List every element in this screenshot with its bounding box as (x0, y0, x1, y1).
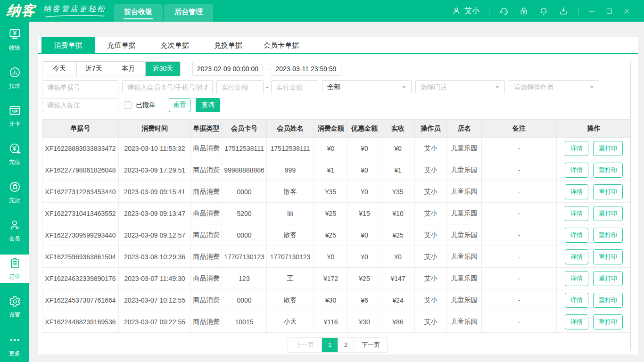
cell-actions: 详情重打印 (557, 138, 631, 159)
sidebar-item-more[interactable]: 更多 (0, 331, 29, 360)
page-button-1[interactable]: 1 (322, 338, 338, 352)
cell-discount: ¥0 (348, 224, 381, 246)
page-button-2[interactable]: 2 (338, 338, 354, 352)
detail-button[interactable]: 详情 (565, 228, 588, 243)
order-number-input[interactable] (42, 80, 118, 94)
quick-date-range-group: 今天近7天本月近30天 (42, 61, 181, 76)
operator-select[interactable]: 请选择操作员 (509, 80, 599, 94)
app-logo: 纳客 (6, 1, 36, 20)
next-page-button[interactable]: 下一页 (354, 338, 388, 352)
reprint-button[interactable]: 重打印 (593, 271, 623, 286)
reset-button[interactable]: 重置 (169, 98, 190, 112)
range-month-button[interactable]: 本月 (111, 62, 146, 76)
cell-paid: ¥10 (381, 203, 415, 224)
topnav-tab-back-office[interactable]: 后台管理 (164, 4, 213, 22)
orders-icon (8, 257, 21, 272)
cell-operator: 艾小 (415, 268, 447, 289)
cell-member_name: 17512538111 (267, 138, 314, 159)
cell-paid: ¥0 (381, 138, 415, 159)
reprint-button[interactable]: 重打印 (593, 206, 623, 221)
cell-time: 2023-03-07 09:22:55 (119, 311, 191, 333)
tab-member-card[interactable]: 会员卡单据 (255, 37, 308, 53)
notification-bell-icon[interactable] (539, 6, 548, 16)
pay-type-select[interactable]: 全部 (322, 80, 412, 94)
range-7days-button[interactable]: 近7天 (77, 62, 111, 76)
sidebar-item-open-card[interactable]: VIP开卡 (0, 102, 29, 130)
more-icon (8, 334, 21, 348)
sidebar-item-recharge-times[interactable]: 充次 (0, 178, 29, 206)
prev-page-button[interactable]: 上一页 (288, 338, 322, 352)
cell-type: 商品消费 (191, 289, 222, 311)
reprint-button[interactable]: 重打印 (593, 141, 623, 156)
range-30days-button[interactable]: 近30天 (146, 62, 180, 76)
divider (489, 8, 489, 15)
sidebar-item-orders[interactable]: 订单 (0, 255, 29, 283)
minimize-window-icon[interactable] (588, 8, 595, 15)
detail-button[interactable]: 详情 (565, 314, 588, 329)
reprint-button[interactable]: 重打印 (593, 184, 623, 199)
reprint-button[interactable]: 重打印 (593, 228, 623, 243)
maximize-window-icon[interactable] (606, 8, 613, 15)
reprint-button[interactable]: 重打印 (593, 314, 623, 329)
range-today-button[interactable]: 今天 (42, 62, 77, 76)
amount-max-input[interactable] (271, 80, 318, 94)
reprint-button[interactable]: 重打印 (593, 293, 623, 308)
vertical-scrollbar[interactable] (630, 61, 631, 351)
column-header: 单据号 (42, 120, 119, 138)
cell-discount: ¥0 (348, 246, 381, 268)
detail-button[interactable]: 详情 (565, 271, 588, 286)
cell-amount: ¥1 (314, 159, 348, 181)
cell-paid: ¥86 (381, 311, 415, 333)
cell-remark: - (482, 224, 557, 246)
sidebar: 收银扣次VIP开卡充值充次会员订单设置更多 (0, 22, 29, 362)
date-from-input[interactable] (192, 62, 263, 76)
reprint-button[interactable]: 重打印 (593, 163, 623, 178)
lock-screen-icon[interactable] (519, 6, 528, 16)
filter-row-date: 今天近7天本月近30天 - (42, 61, 634, 76)
cell-remark: - (482, 181, 557, 203)
cell-order_no: XF16227312283453440 (42, 181, 119, 203)
headset-support-icon[interactable] (499, 6, 509, 16)
detail-button[interactable]: 详情 (565, 206, 588, 221)
user-menu[interactable]: 艾小 (452, 6, 479, 16)
search-button[interactable]: 查询 (196, 98, 220, 112)
detail-button[interactable]: 详情 (565, 184, 588, 199)
cell-time: 2023-03-09 09:12:57 (119, 224, 191, 246)
sidebar-item-label: 收银 (9, 44, 20, 52)
detail-button[interactable]: 详情 (565, 293, 588, 308)
date-to-input[interactable] (271, 62, 341, 76)
detail-button[interactable]: 详情 (565, 141, 588, 156)
column-header: 备注 (482, 120, 557, 138)
amount-min-input[interactable] (216, 80, 264, 94)
cell-remark: - (482, 159, 557, 181)
tab-consume[interactable]: 消费单据 (41, 37, 95, 53)
detail-button[interactable]: 详情 (565, 249, 588, 264)
download-update-icon[interactable] (559, 6, 568, 16)
column-header: 优惠金额 (348, 120, 381, 138)
sidebar-item-deduct-times[interactable]: 扣次 (0, 64, 29, 92)
detail-button[interactable]: 详情 (565, 163, 588, 178)
member-search-input[interactable] (122, 80, 213, 94)
sidebar-item-cashier[interactable]: 收银 (0, 25, 29, 54)
close-window-icon[interactable] (623, 8, 630, 15)
column-header: 消费时间 (119, 120, 191, 138)
store-select[interactable]: 选择门店 (415, 80, 505, 94)
tab-exchange[interactable]: 兑换单据 (201, 37, 255, 53)
amount-separator: - (264, 83, 271, 91)
column-header: 会员卡号 (222, 120, 267, 138)
remark-input[interactable] (42, 98, 118, 112)
sidebar-item-label: 设置 (9, 311, 20, 319)
sidebar-item-settings[interactable]: 设置 (0, 293, 29, 321)
sidebar-item-member[interactable]: 会员 (0, 216, 29, 245)
cancelled-checkbox[interactable] (124, 101, 132, 109)
cell-discount: ¥0 (348, 159, 381, 181)
tab-recharge-times[interactable]: 充次单据 (148, 37, 201, 53)
cell-type: 商品消费 (191, 311, 222, 333)
table-row: XF162246323398901762023-03-07 11:49:30商品… (42, 268, 631, 289)
topnav-tab-front-cashier[interactable]: 前台收银 (114, 4, 163, 22)
cell-member_name: 王 (267, 268, 314, 289)
sidebar-item-recharge[interactable]: 充值 (0, 140, 29, 168)
tab-recharge[interactable]: 充值单据 (95, 37, 148, 53)
reprint-button[interactable]: 重打印 (593, 249, 623, 264)
sidebar-item-label: 订单 (9, 273, 20, 281)
